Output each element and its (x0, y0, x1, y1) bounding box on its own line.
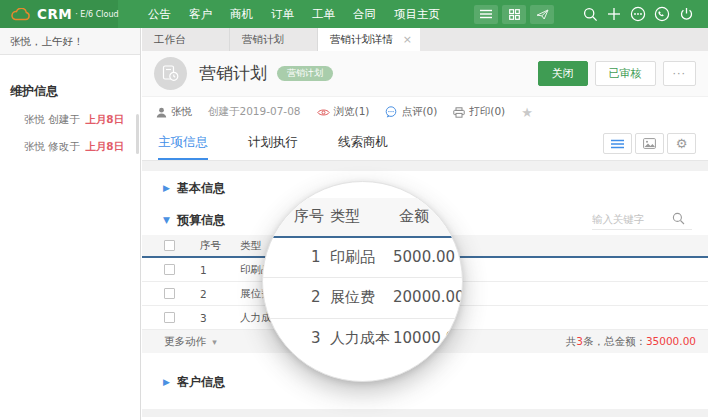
sidebar-scrollbar[interactable] (136, 114, 139, 154)
quick-tools (474, 5, 558, 24)
tab-leads-opportunities[interactable]: 线索商机 (338, 127, 388, 160)
more-options-button[interactable] (626, 2, 650, 26)
document-clock-icon (162, 65, 179, 82)
ellipsis-circle-icon (630, 6, 646, 22)
gallery-view-button[interactable] (635, 133, 664, 154)
apps-grid-button[interactable] (502, 5, 526, 24)
search-input[interactable] (592, 213, 670, 225)
mag-cell-amount: 20000.00 (393, 288, 463, 306)
more-actions-label: 更多动作 (164, 335, 206, 347)
cell-no: 2 (200, 288, 240, 300)
row-checkbox[interactable] (164, 288, 175, 299)
summary-count: 3 (576, 335, 583, 347)
more-actions-dropdown[interactable]: 更多动作 ▾ (164, 335, 217, 349)
comments-item[interactable]: 点评(0) (385, 105, 437, 119)
workspace-tabstrip: 工作台 营销计划 营销计划详情 × (142, 28, 708, 51)
tab-marketing-plan[interactable]: 营销计划 (230, 28, 318, 51)
brand-edition: · E/6 Cloud (75, 10, 118, 19)
settings-view-button[interactable]: ⚙ (667, 133, 696, 154)
modified-date-link[interactable]: 上月8日 (85, 140, 124, 152)
list-menu-button[interactable] (474, 5, 498, 24)
phone-icon (654, 6, 670, 22)
select-all-checkbox[interactable] (164, 240, 175, 251)
tab-marketing-plan-detail[interactable]: 营销计划详情 × (318, 28, 420, 51)
magnifier-row-separator (263, 318, 462, 319)
search-button[interactable] (578, 2, 602, 26)
close-button[interactable]: 关闭 (538, 61, 588, 86)
mag-cell-no: 3 (311, 329, 321, 347)
section-customer-info[interactable]: ▶ 客户信息 (142, 365, 708, 399)
cell-no: 1 (200, 264, 240, 276)
plan-avatar (154, 57, 187, 90)
hamburger-icon (480, 9, 492, 19)
views-item[interactable]: 浏览(1) (317, 105, 370, 119)
reviewed-button[interactable]: 已审核 (595, 61, 656, 86)
more-actions-button[interactable]: ··· (663, 61, 697, 86)
section-budget-label: 预算信息 (177, 212, 225, 229)
menu-item-project-home[interactable]: 项目主页 (394, 7, 440, 22)
row-checkbox[interactable] (164, 312, 175, 323)
detail-tabs: 主项信息 计划执行 线索商机 ⚙ (142, 127, 708, 161)
mag-col-amount: 金额 (399, 207, 429, 226)
greeting-text: 张悦，上午好！ (0, 28, 140, 55)
menu-item-orders[interactable]: 订单 (271, 7, 294, 22)
menu-item-opportunities[interactable]: 商机 (230, 7, 253, 22)
section-divider (142, 161, 708, 171)
maintenance-info-title: 维护信息 (10, 83, 140, 100)
person-icon (156, 107, 167, 118)
mag-cell-no: 2 (311, 288, 321, 306)
tab-plan-execution[interactable]: 计划执行 (248, 127, 298, 160)
row-checkbox[interactable] (164, 264, 175, 275)
tab-workbench[interactable]: 工作台 (142, 28, 230, 51)
magnifier-zoom-overlay: 序号 类型 金额 1 印刷品 5000.00 2 展位费 20000.00 3 … (262, 181, 463, 382)
status-badge: 营销计划 (277, 66, 333, 81)
menu-item-announcement[interactable]: 公告 (148, 7, 171, 22)
page-title: 营销计划 (199, 62, 267, 85)
summary-total: 35000.00 (646, 335, 696, 347)
collapsed-arrow-icon: ▶ (163, 377, 170, 387)
print-label: 打印(0) (469, 105, 505, 119)
collapsed-arrow-icon: ▶ (163, 183, 170, 193)
grid-icon (509, 9, 520, 20)
close-tab-icon[interactable]: × (403, 28, 412, 51)
call-button[interactable] (650, 2, 674, 26)
summary-prefix: 共 (566, 335, 577, 347)
menu-item-contracts[interactable]: 合同 (353, 7, 376, 22)
views-label: 浏览(1) (334, 105, 370, 119)
top-menu: 公告 客户 商机 订单 工单 合同 项目主页 (148, 7, 458, 22)
view-toggle-group: ⚙ (600, 133, 696, 154)
col-header-no[interactable]: 序号 (200, 239, 240, 253)
table-summary: 共3条，总金额：35000.00 (566, 335, 696, 349)
print-item[interactable]: 打印(0) (453, 105, 505, 119)
table-search (592, 208, 692, 230)
list-view-icon (611, 139, 624, 149)
left-sidebar: 张悦，上午好！ 维护信息 张悦 创建于 上月8日 张悦 修改于 上月8日 (0, 28, 141, 420)
owner-name: 张悦 (171, 105, 192, 119)
top-navigation-bar: CRM · E/6 Cloud 公告 客户 商机 订单 工单 合同 项目主页 (0, 0, 708, 28)
section-customer-label: 客户信息 (177, 374, 225, 391)
magnifier-row-separator (263, 277, 462, 278)
plus-icon (607, 7, 621, 21)
tab-main-info[interactable]: 主项信息 (158, 127, 208, 160)
brand-logo[interactable]: CRM · E/6 Cloud (0, 0, 118, 28)
menu-item-customers[interactable]: 客户 (189, 7, 212, 22)
mag-col-type: 类型 (330, 207, 360, 226)
list-view-button[interactable] (603, 133, 632, 154)
send-button[interactable] (530, 5, 554, 24)
add-button[interactable] (602, 2, 626, 26)
logout-button[interactable] (674, 2, 698, 26)
search-icon[interactable] (672, 212, 685, 225)
cloud-icon (11, 8, 31, 21)
caret-down-icon: ▾ (212, 337, 217, 347)
menu-item-workorders[interactable]: 工单 (312, 7, 335, 22)
modified-entry-label: 张悦 修改于 (24, 140, 80, 152)
created-date-link[interactable]: 上月8日 (85, 113, 124, 125)
favorite-star-icon[interactable]: ★ (521, 105, 533, 120)
owner-item[interactable]: 张悦 (156, 105, 192, 119)
created-entry: 张悦 创建于 上月8日 (24, 113, 140, 127)
section-basic-label: 基本信息 (177, 180, 225, 197)
section-basic-info[interactable]: ▶ 基本信息 (142, 171, 708, 205)
document-header: 营销计划 营销计划 关闭 已审核 ··· (142, 51, 708, 97)
bottom-divider (142, 409, 708, 417)
mag-cell-type: 印刷品 (330, 248, 375, 267)
